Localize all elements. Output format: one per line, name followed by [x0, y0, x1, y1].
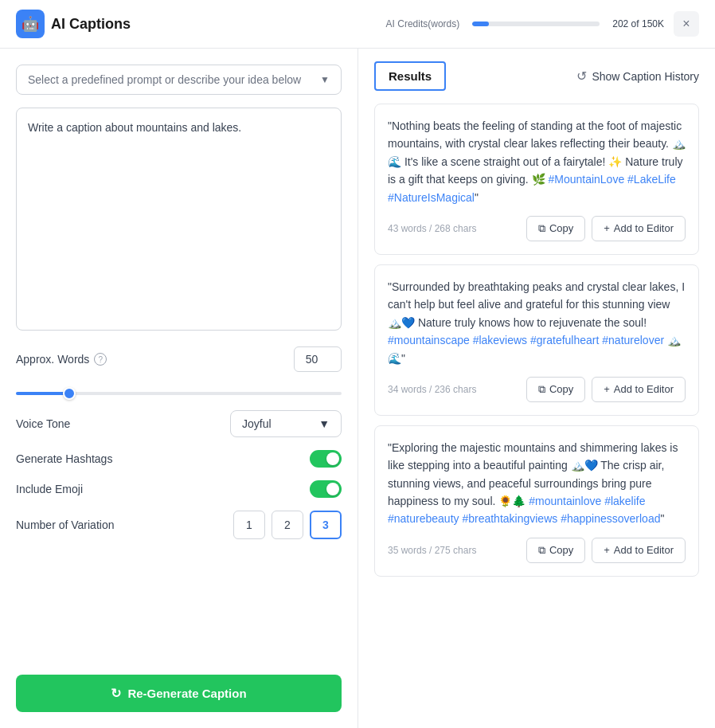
add-label-2: Add to Editor — [614, 383, 674, 395]
show-history-button[interactable]: ↺ Show Caption History — [576, 68, 699, 84]
main-layout: Select a predefined prompt or describe y… — [0, 49, 715, 728]
add-to-editor-button-3[interactable]: + Add to Editor — [592, 538, 686, 563]
history-icon: ↺ — [576, 68, 587, 84]
variation-1-button[interactable]: 1 — [233, 511, 265, 539]
generate-hashtags-toggle[interactable] — [310, 450, 342, 468]
generate-hashtags-row: Generate Hashtags — [16, 450, 342, 468]
include-emoji-row: Include Emoji — [16, 480, 342, 498]
caption-textarea[interactable] — [16, 108, 342, 331]
results-tab[interactable]: Results — [374, 61, 446, 91]
copy-icon-3: ⧉ — [538, 544, 545, 557]
copy-icon-2: ⧉ — [538, 383, 545, 396]
variation-2-button[interactable]: 2 — [272, 511, 303, 539]
caption-meta-2: 34 words / 236 chars — [388, 384, 476, 395]
caption-text-1: "Nothing beats the feeling of standing a… — [388, 117, 686, 206]
caption-text-2: "Surrounded by breathtaking peaks and cr… — [388, 278, 686, 367]
copy-button-3[interactable]: ⧉ Copy — [526, 538, 585, 563]
credits-track — [472, 22, 600, 26]
add-to-editor-button-1[interactable]: + Add to Editor — [592, 216, 686, 241]
copy-label-2: Copy — [549, 383, 573, 395]
generate-hashtags-label: Generate Hashtags — [16, 452, 112, 465]
copy-label-1: Copy — [549, 222, 573, 234]
prompt-dropdown[interactable]: Select a predefined prompt or describe y… — [16, 65, 342, 95]
regenerate-button[interactable]: ↻ Re-Generate Caption — [16, 675, 342, 712]
include-emoji-label: Include Emoji — [16, 483, 83, 495]
logo: 🤖 AI Captions — [16, 10, 131, 38]
voice-tone-row: Voice Tone Joyful ▼ — [16, 410, 342, 437]
info-icon[interactable]: ? — [94, 353, 107, 366]
plus-icon-3: + — [604, 544, 610, 556]
credits-fill — [472, 22, 489, 26]
credits-value: 202 of 150K — [612, 18, 664, 29]
caption-meta-1: 43 words / 268 chars — [388, 223, 476, 234]
app-title: AI Captions — [51, 16, 131, 33]
add-label-3: Add to Editor — [614, 544, 674, 556]
logo-icon: 🤖 — [16, 10, 45, 38]
right-panel: Results ↺ Show Caption History "Nothing … — [358, 49, 715, 728]
variation-buttons: 1 2 3 — [233, 511, 342, 539]
chevron-down-icon: ▼ — [320, 74, 330, 85]
credits-bar: AI Credits(words) 202 of 150K — [386, 18, 664, 29]
caption-meta-3: 35 words / 275 chars — [388, 545, 476, 556]
history-label: Show Caption History — [592, 70, 699, 83]
variation-row: Number of Variation 1 2 3 — [16, 511, 342, 539]
close-button[interactable]: × — [674, 11, 699, 37]
plus-icon: + — [604, 222, 610, 234]
variation-label: Number of Variation — [16, 519, 114, 531]
variation-3-button[interactable]: 3 — [310, 511, 342, 539]
credits-label: AI Credits(words) — [386, 18, 460, 29]
hashtag: #mountainlove #lakelife #naturebeauty #b… — [388, 495, 660, 525]
regen-label: Re-Generate Caption — [127, 687, 246, 700]
add-label-1: Add to Editor — [614, 222, 674, 234]
toggle-knob-emoji — [326, 483, 339, 495]
add-to-editor-button-2[interactable]: + Add to Editor — [592, 377, 686, 402]
voice-tone-value: Joyful — [242, 417, 272, 430]
header-right: AI Credits(words) 202 of 150K × — [386, 11, 699, 37]
copy-label-3: Copy — [549, 544, 573, 556]
include-emoji-toggle[interactable] — [310, 480, 342, 498]
left-panel: Select a predefined prompt or describe y… — [0, 49, 358, 728]
caption-actions-1: ⧉ Copy + Add to Editor — [526, 216, 686, 241]
prompt-dropdown-text: Select a predefined prompt or describe y… — [28, 73, 301, 86]
approx-words-input[interactable] — [294, 346, 342, 372]
words-slider[interactable] — [16, 392, 342, 395]
copy-button-1[interactable]: ⧉ Copy — [526, 216, 585, 241]
refresh-icon: ↻ — [111, 686, 121, 701]
toggle-knob — [326, 452, 339, 465]
hashtag: #MountainLove #LakeLife #NatureIsMagical — [388, 173, 676, 203]
caption-text-3: "Exploring the majestic mountains and sh… — [388, 439, 686, 528]
copy-icon: ⧉ — [538, 222, 545, 235]
plus-icon-2: + — [604, 383, 610, 395]
header: 🤖 AI Captions AI Credits(words) 202 of 1… — [0, 0, 715, 49]
caption-card-1: "Nothing beats the feeling of standing a… — [374, 104, 699, 255]
words-slider-container — [16, 385, 342, 397]
chevron-down-icon: ▼ — [318, 417, 330, 430]
caption-footer-2: 34 words / 236 chars ⧉ Copy + Add to Edi… — [388, 377, 686, 402]
caption-card-3: "Exploring the majestic mountains and sh… — [374, 425, 699, 577]
voice-tone-dropdown[interactable]: Joyful ▼ — [230, 410, 342, 437]
caption-footer-3: 35 words / 275 chars ⧉ Copy + Add to Edi… — [388, 538, 686, 563]
voice-tone-label: Voice Tone — [16, 417, 70, 430]
caption-footer-1: 43 words / 268 chars ⧉ Copy + Add to Edi… — [388, 216, 686, 241]
caption-actions-3: ⧉ Copy + Add to Editor — [526, 538, 686, 563]
results-header: Results ↺ Show Caption History — [374, 61, 699, 91]
approx-words-label: Approx. Words ? — [16, 353, 107, 366]
hashtag: #mountainscape #lakeviews #gratefulheart… — [388, 334, 664, 346]
settings-panel: Approx. Words ? Voice Tone Joyful ▼ Gene… — [16, 346, 342, 539]
approx-words-row: Approx. Words ? — [16, 346, 342, 372]
caption-actions-2: ⧉ Copy + Add to Editor — [526, 377, 686, 402]
caption-card-2: "Surrounded by breathtaking peaks and cr… — [374, 264, 699, 416]
copy-button-2[interactable]: ⧉ Copy — [526, 377, 585, 402]
